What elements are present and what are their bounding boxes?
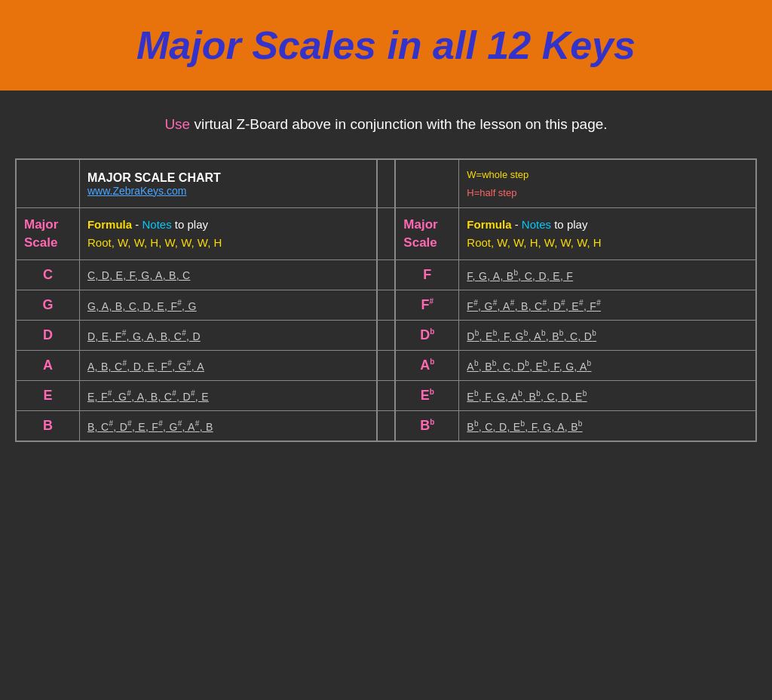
divider-formula (377, 208, 396, 260)
subtitle-text: Use virtual Z-Board above in conjunction… (0, 91, 772, 151)
key-cell-left: D (16, 321, 79, 351)
to-play-right: to play (554, 218, 587, 231)
notes-cell-right: F, G, A, Bb, C, D, E, F (459, 260, 756, 290)
formula-key-label-right: MajorScale (395, 208, 458, 260)
step-info: W=whole step H=half step (467, 166, 748, 201)
notes-cell-right: F#, G#, A#, B, C#, D#, E#, F# (459, 290, 756, 321)
notes-word-left: Notes (142, 218, 171, 231)
table-row: GG, A, B, C, D, E, F#, GF#F#, G#, A#, B,… (16, 290, 756, 321)
major-scale-label-left: MajorScale (24, 216, 72, 252)
formula-sequence-left: Root, W, W, H, W, W, W, H (87, 236, 222, 249)
notes-cell-left: E, F#, G#, A, B, C#, D#, E (79, 381, 376, 411)
notes-cell-right: Eb, F, G, Ab, Bb, C, D, Eb (459, 381, 756, 411)
h-label: H=half step (467, 187, 516, 198)
table-row: CC, D, E, F, G, A, B, CFF, G, A, Bb, C, … (16, 260, 756, 290)
key-cell-left: E (16, 381, 79, 411)
header-empty-left (16, 159, 79, 207)
key-cell-left: C (16, 260, 79, 290)
key-cell-right: Ab (395, 351, 458, 381)
key-cell-right: Eb (395, 381, 458, 411)
to-play-left: to play (175, 218, 208, 231)
page-title: Major Scales in all 12 Keys (15, 23, 757, 68)
dash-right: - (515, 218, 522, 231)
formula-sequence-right: Root, W, W, H, W, W, W, H (467, 236, 601, 249)
divider-data (377, 351, 396, 381)
divider-data (377, 260, 396, 290)
key-cell-left: G (16, 290, 79, 321)
key-cell-right: Bb (395, 411, 458, 442)
major-scale-label-right: MajorScale (403, 216, 451, 252)
formula-key-label-left: MajorScale (16, 208, 79, 260)
step-info-cell: W=whole step H=half step (459, 159, 756, 207)
notes-cell-right: Db, Eb, F, Gb, Ab, Bb, C, Db (459, 321, 756, 351)
chart-title-cell: MAJOR SCALE CHART www.ZebraKeys.com (79, 159, 376, 207)
formula-text-right: Formula - Notes to play Root, W, W, H, W… (467, 216, 748, 252)
key-cell-left: B (16, 411, 79, 442)
notes-cell-left: B, C#, D#, E, F#, G#, A#, B (79, 411, 376, 442)
table-row: EE, F#, G#, A, B, C#, D#, EEbEb, F, G, A… (16, 381, 756, 411)
formula-notes-right: Formula - Notes to play Root, W, W, H, W… (459, 208, 756, 260)
divider-data (377, 321, 396, 351)
divider-data (377, 381, 396, 411)
table-row: DD, E, F#, G, A, B, C#, DDbDb, Eb, F, Gb… (16, 321, 756, 351)
key-cell-right: F# (395, 290, 458, 321)
formula-row: MajorScale Formula - Notes to play Root,… (16, 208, 756, 260)
notes-cell-left: G, A, B, C, D, E, F#, G (79, 290, 376, 321)
w-label: W=whole step (467, 169, 528, 180)
table-row: BB, C#, D#, E, F#, G#, A#, BBbBb, C, D, … (16, 411, 756, 442)
header-empty-right (395, 159, 458, 207)
key-cell-left: A (16, 351, 79, 381)
formula-word-left: Formula (87, 218, 132, 231)
key-cell-right: F (395, 260, 458, 290)
formula-word-right: Formula (467, 218, 511, 231)
notes-word-right: Notes (522, 218, 551, 231)
key-cell-right: Db (395, 321, 458, 351)
notes-cell-right: Bb, C, D, Eb, F, G, A, Bb (459, 411, 756, 442)
use-word: Use (164, 116, 190, 132)
notes-cell-left: A, B, C#, D, E, F#, G#, A (79, 351, 376, 381)
chart-container: MAJOR SCALE CHART www.ZebraKeys.com W=wh… (0, 151, 772, 465)
formula-text-left: Formula - Notes to play Root, W, W, H, W… (87, 216, 369, 252)
subtitle-body: virtual Z-Board above in conjunction wit… (190, 116, 607, 132)
chart-link[interactable]: www.ZebraKeys.com (87, 185, 369, 197)
chart-title-text: MAJOR SCALE CHART (87, 171, 369, 185)
divider-header (377, 159, 396, 207)
table-header-row: MAJOR SCALE CHART www.ZebraKeys.com W=wh… (16, 159, 756, 207)
divider-data (377, 411, 396, 442)
notes-cell-left: C, D, E, F, G, A, B, C (79, 260, 376, 290)
notes-cell-right: Ab, Bb, C, Db, Eb, F, G, Ab (459, 351, 756, 381)
table-row: AA, B, C#, D, E, F#, G#, AAbAb, Bb, C, D… (16, 351, 756, 381)
notes-cell-left: D, E, F#, G, A, B, C#, D (79, 321, 376, 351)
formula-notes-left: Formula - Notes to play Root, W, W, H, W… (79, 208, 376, 260)
scale-chart-table: MAJOR SCALE CHART www.ZebraKeys.com W=wh… (15, 158, 757, 442)
divider-data (377, 290, 396, 321)
page-header: Major Scales in all 12 Keys (0, 0, 772, 91)
